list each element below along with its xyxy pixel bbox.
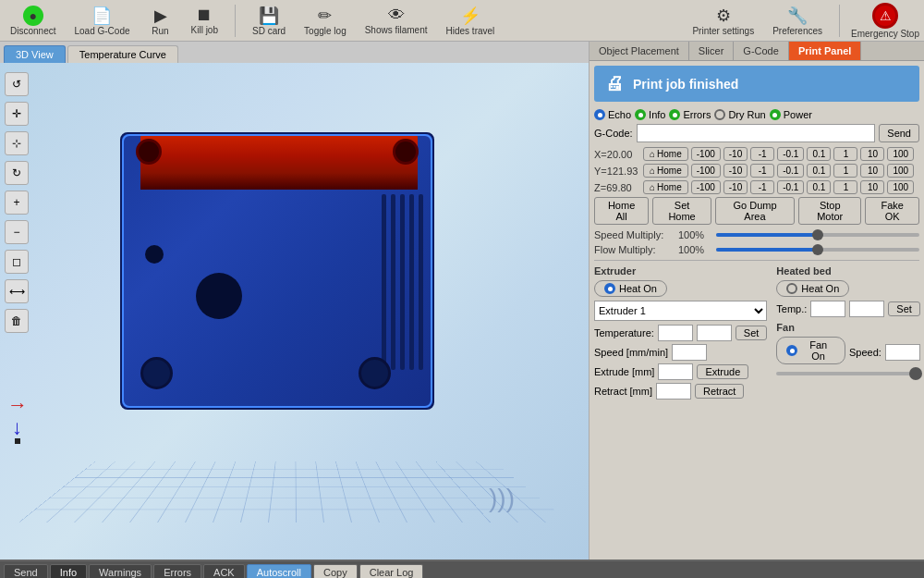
tab-temperature-curve[interactable]: Temperature Curve (67, 45, 178, 63)
z-minus1-btn[interactable]: -1 (750, 180, 774, 194)
refresh-view-button[interactable]: ↺ (5, 72, 29, 96)
disconnect-button[interactable]: ● Disconnect (5, 4, 61, 38)
bed-temp-current[interactable]: 0 (810, 301, 845, 317)
tab-print-panel[interactable]: Print Panel (789, 42, 861, 60)
tab-object-placement[interactable]: Object Placement (590, 42, 689, 60)
z-plus100-btn[interactable]: 100 (887, 180, 914, 194)
fan-knob[interactable] (909, 367, 922, 380)
shows-filament-button[interactable]: 👁 Shows filament (359, 4, 433, 37)
log-tab-info[interactable]: Info (50, 564, 87, 578)
bed-heat-on-button[interactable]: Heat On (776, 280, 849, 297)
x-plus01-btn[interactable]: 0.1 (807, 147, 831, 161)
preferences-button[interactable]: 🔧 Preferences (767, 4, 828, 38)
y-minus100-btn[interactable]: -100 (691, 164, 721, 178)
z-plus10-btn[interactable]: 10 (860, 180, 884, 194)
y-home-button[interactable]: ⌂ Home (643, 164, 688, 178)
flow-multiply-slider[interactable] (716, 248, 919, 252)
kill-job-button[interactable]: ⏹ Kill job (186, 4, 224, 37)
sdcard-button[interactable]: 💾 SD card (247, 4, 291, 38)
x-minus10-btn[interactable]: -10 (723, 147, 748, 161)
object-circle-tl (136, 139, 162, 165)
y-minus01-btn[interactable]: -0.1 (777, 164, 804, 178)
home-all-button[interactable]: Home All (594, 197, 649, 225)
fan-on-button[interactable]: Fan On (776, 337, 845, 364)
retract-button[interactable]: Retract (695, 384, 744, 399)
x-plus1-btn[interactable]: 1 (833, 147, 857, 161)
log-tab-autoscroll[interactable]: Autoscroll (247, 564, 311, 578)
extruder-speed-input[interactable]: 60 (672, 344, 707, 361)
dry-run-toggle[interactable]: Dry Run (714, 109, 765, 120)
load-gcode-button[interactable]: 📄 Load G-Code (68, 4, 135, 38)
extruder-set-temp-button[interactable]: Set (736, 326, 768, 340)
y-plus01-btn[interactable]: 0.1 (807, 164, 831, 178)
extrude-input[interactable]: 10 (658, 363, 693, 380)
trash-button[interactable]: 🗑 (5, 309, 29, 333)
info-toggle[interactable]: Info (635, 109, 665, 120)
echo-toggle[interactable]: Echo (594, 109, 631, 120)
z-plus01-btn[interactable]: 0.1 (807, 180, 831, 194)
box-view-button[interactable]: ◻ (5, 250, 29, 274)
hides-travel-button[interactable]: ⚡ Hides travel (441, 4, 501, 38)
extrude-button[interactable]: Extrude (697, 364, 748, 379)
tab-slicer[interactable]: Slicer (689, 42, 735, 60)
z-minus10-btn[interactable]: -10 (723, 180, 748, 194)
y-plus100-btn[interactable]: 100 (887, 164, 914, 178)
log-tab-warnings[interactable]: Warnings (89, 564, 152, 578)
move-view-button[interactable]: ✛ (5, 102, 29, 126)
log-tab-errors[interactable]: Errors (153, 564, 201, 578)
bed-set-temp-button[interactable]: Set (888, 301, 920, 316)
gcode-input[interactable] (637, 124, 876, 142)
go-dump-area-button[interactable]: Go Dump Area (715, 197, 795, 225)
log-tab-clear[interactable]: Clear Log (359, 564, 424, 578)
zoom-in-button[interactable]: + (5, 191, 29, 215)
fake-ok-button[interactable]: Fake OK (865, 197, 919, 225)
emergency-stop-button[interactable]: ⚠ Emergency Stop (851, 3, 919, 39)
speed-multiply-thumb[interactable] (812, 229, 823, 240)
y-minus10-btn[interactable]: -10 (723, 164, 748, 178)
extruder-heat-on-button[interactable]: Heat On (594, 280, 667, 297)
fan-on-row: Fan On Speed: 100 (776, 337, 920, 368)
fan-slider-row (776, 372, 920, 375)
fan-slider[interactable] (776, 372, 920, 375)
send-button[interactable]: Send (879, 124, 919, 142)
stop-motor-button[interactable]: Stop Motor (798, 197, 861, 225)
y-plus10-btn[interactable]: 10 (860, 164, 884, 178)
flow-multiply-thumb[interactable] (812, 244, 823, 255)
log-tab-ack[interactable]: ACK (203, 564, 245, 578)
retract-input[interactable]: 3 (656, 383, 691, 400)
extruder-temp-target[interactable]: 180 (697, 325, 732, 341)
log-tab-copy[interactable]: Copy (313, 564, 358, 578)
object-circle-br (359, 357, 391, 389)
tab-3d-view[interactable]: 3D View (4, 45, 66, 63)
speed-multiply-slider[interactable] (716, 233, 919, 237)
set-home-button[interactable]: Set Home (652, 197, 711, 225)
run-button[interactable]: ▶ Run (143, 4, 178, 38)
z-plus1-btn[interactable]: 1 (833, 180, 857, 194)
fan-speed-input[interactable]: 100 (885, 344, 920, 361)
y-minus1-btn[interactable]: -1 (750, 164, 774, 178)
rotate-view-button[interactable]: ↻ (5, 161, 29, 185)
x-home-button[interactable]: ⌂ Home (643, 147, 688, 161)
x-minus100-btn[interactable]: -100 (691, 147, 721, 161)
bed-temp-target[interactable]: 60 (849, 301, 884, 317)
drag-view-button[interactable]: ⊹ (5, 131, 29, 155)
zoom-out-button[interactable]: − (5, 220, 29, 244)
3d-canvas[interactable]: ↺ ✛ ⊹ ↻ + − ◻ ⟷ 🗑 (0, 63, 589, 560)
x-minus1-btn[interactable]: -1 (750, 147, 774, 161)
printer-settings-button[interactable]: ⚙ Printer settings (687, 4, 760, 38)
x-plus100-btn[interactable]: 100 (887, 147, 914, 161)
tab-gcode[interactable]: G-Code (734, 42, 789, 60)
log-tab-send[interactable]: Send (4, 564, 48, 578)
z-minus01-btn[interactable]: -0.1 (777, 180, 804, 194)
z-minus100-btn[interactable]: -100 (691, 180, 721, 194)
extruder-select[interactable]: Extruder 1 (594, 301, 767, 321)
z-home-button[interactable]: ⌂ Home (643, 180, 688, 194)
scale-button[interactable]: ⟷ (5, 279, 29, 303)
x-plus10-btn[interactable]: 10 (860, 147, 884, 161)
toggle-log-button[interactable]: ✏ Toggle log (298, 4, 352, 38)
power-toggle[interactable]: Power (770, 109, 812, 120)
x-minus01-btn[interactable]: -0.1 (777, 147, 804, 161)
y-plus1-btn[interactable]: 1 (833, 164, 857, 178)
errors-toggle[interactable]: Errors (669, 109, 711, 120)
extruder-temp-current[interactable]: 0 (658, 325, 693, 341)
